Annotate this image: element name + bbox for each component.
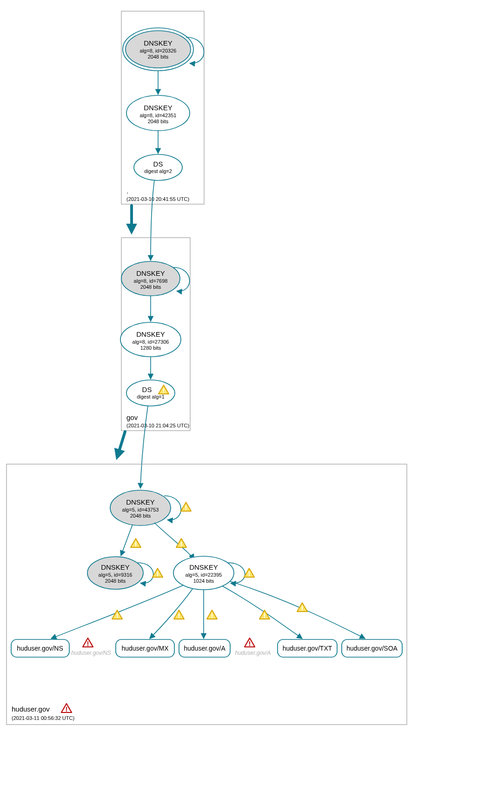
svg-text:1280 bits: 1280 bits bbox=[140, 345, 161, 351]
svg-text:1024 bits: 1024 bits bbox=[193, 578, 214, 584]
svg-text:DNSKEY: DNSKEY bbox=[189, 563, 218, 571]
huduser-dnskey-b: DNSKEY alg=5, id=22395 1024 bits bbox=[173, 556, 234, 590]
huduser-rr-a: huduser.gov/A bbox=[179, 639, 230, 657]
svg-text:digest alg=2: digest alg=2 bbox=[144, 168, 172, 174]
zone-huduser-label: huduser.gov bbox=[12, 705, 50, 713]
zone-root: . (2021-03-10 20:41:55 UTC) DNSKEY alg=8… bbox=[121, 11, 204, 204]
zone-root-label: . bbox=[126, 187, 128, 195]
svg-text:2048 bits: 2048 bits bbox=[148, 54, 169, 60]
svg-text:DNSKEY: DNSKEY bbox=[126, 498, 155, 506]
svg-text:alg=5, id=9316: alg=5, id=9316 bbox=[99, 572, 133, 578]
huduser-rr-soa: huduser.gov/SOA bbox=[342, 639, 402, 657]
huduser-dnskey-ksk: DNSKEY alg=5, id=43753 2048 bits bbox=[110, 490, 171, 526]
gov-dnskey-zsk: DNSKEY alg=8, id=27306 1280 bits bbox=[120, 322, 181, 357]
svg-text:DNSKEY: DNSKEY bbox=[144, 104, 172, 112]
root-ds: DS digest alg=2 bbox=[134, 154, 182, 180]
svg-text:alg=8, id=20326: alg=8, id=20326 bbox=[140, 48, 177, 53]
svg-text:2048 bits: 2048 bits bbox=[105, 578, 126, 584]
svg-text:digest alg=1: digest alg=1 bbox=[137, 394, 165, 399]
warning-icon bbox=[153, 568, 163, 578]
edge-huduser-ksk-to-b bbox=[154, 523, 194, 559]
svg-text:huduser.gov/SOA: huduser.gov/SOA bbox=[346, 645, 398, 652]
edge-root-ds-to-gov-ksk bbox=[151, 180, 154, 260]
svg-text:DNSKEY: DNSKEY bbox=[101, 563, 130, 571]
svg-text:huduser.gov/NS: huduser.gov/NS bbox=[17, 645, 63, 652]
svg-text:DNSKEY: DNSKEY bbox=[144, 39, 172, 47]
svg-text:DNSKEY: DNSKEY bbox=[136, 269, 165, 277]
edge-b-to-txt bbox=[222, 586, 302, 639]
svg-text:alg=5, id=43753: alg=5, id=43753 bbox=[122, 507, 159, 512]
svg-text:2048 bits: 2048 bits bbox=[140, 284, 161, 290]
zone-gov: gov (2021-03-10 21:04:25 UTC) DNSKEY alg… bbox=[120, 238, 190, 431]
edge-b-to-mx bbox=[150, 588, 193, 639]
warning-icon bbox=[244, 568, 254, 578]
zone-huduser: huduser.gov (2021-03-11 00:56:32 UTC) DN… bbox=[7, 464, 407, 725]
edge-zone-gov-to-huduser bbox=[118, 432, 125, 456]
zone-gov-timestamp: (2021-03-10 21:04:25 UTC) bbox=[126, 423, 189, 428]
svg-text:2048 bits: 2048 bits bbox=[130, 513, 151, 519]
svg-text:alg=8, id=42351: alg=8, id=42351 bbox=[140, 113, 177, 118]
huduser-rr-ns: huduser.gov/NS bbox=[11, 639, 69, 657]
huduser-dnskey-a: DNSKEY alg=5, id=9316 2048 bits bbox=[87, 557, 143, 589]
ghost-a: huduser.gov/A bbox=[235, 650, 271, 656]
dnssec-chain-diagram: ! ! . (2021-03-10 20:41:55 UTC) DNSKEY a… bbox=[0, 0, 504, 812]
warning-icon bbox=[207, 610, 217, 619]
zone-gov-label: gov bbox=[126, 413, 138, 421]
svg-rect-27 bbox=[7, 464, 407, 725]
zone-root-timestamp: (2021-03-10 20:41:55 UTC) bbox=[126, 196, 189, 202]
warning-icon bbox=[112, 610, 122, 619]
root-dnskey-ksk: DNSKEY alg=8, id=20326 2048 bits bbox=[123, 28, 193, 71]
error-icon bbox=[245, 638, 255, 647]
svg-text:alg=8, id=27306: alg=8, id=27306 bbox=[133, 339, 169, 345]
svg-text:huduser.gov/TXT: huduser.gov/TXT bbox=[283, 645, 332, 652]
svg-text:2048 bits: 2048 bits bbox=[148, 119, 169, 124]
warning-icon bbox=[174, 610, 184, 619]
huduser-rr-mx: huduser.gov/MX bbox=[116, 639, 174, 657]
edge-gov-ds-to-huduser-ksk bbox=[140, 406, 148, 488]
huduser-rr-txt: huduser.gov/TXT bbox=[278, 639, 337, 657]
svg-text:alg=8, id=7698: alg=8, id=7698 bbox=[134, 278, 168, 284]
svg-text:DS: DS bbox=[142, 386, 152, 393]
svg-text:DNSKEY: DNSKEY bbox=[136, 330, 165, 338]
edge-huduser-ksk-to-a bbox=[121, 525, 133, 556]
svg-text:huduser.gov/MX: huduser.gov/MX bbox=[121, 645, 169, 652]
error-icon bbox=[83, 638, 93, 647]
root-dnskey-zsk: DNSKEY alg=8, id=42351 2048 bits bbox=[126, 95, 190, 131]
error-icon bbox=[61, 704, 72, 713]
warning-icon bbox=[181, 502, 191, 512]
ghost-ns: huduser.gov/NS bbox=[71, 650, 111, 656]
zone-huduser-timestamp: (2021-03-11 00:56:32 UTC) bbox=[12, 715, 74, 721]
warning-icon bbox=[131, 539, 141, 548]
svg-text:huduser.gov/A: huduser.gov/A bbox=[184, 645, 225, 652]
svg-text:alg=5, id=22395: alg=5, id=22395 bbox=[186, 572, 222, 578]
gov-dnskey-ksk: DNSKEY alg=8, id=7698 2048 bits bbox=[121, 261, 180, 296]
gov-ds: DS digest alg=1 bbox=[126, 380, 175, 406]
svg-text:DS: DS bbox=[153, 160, 163, 168]
